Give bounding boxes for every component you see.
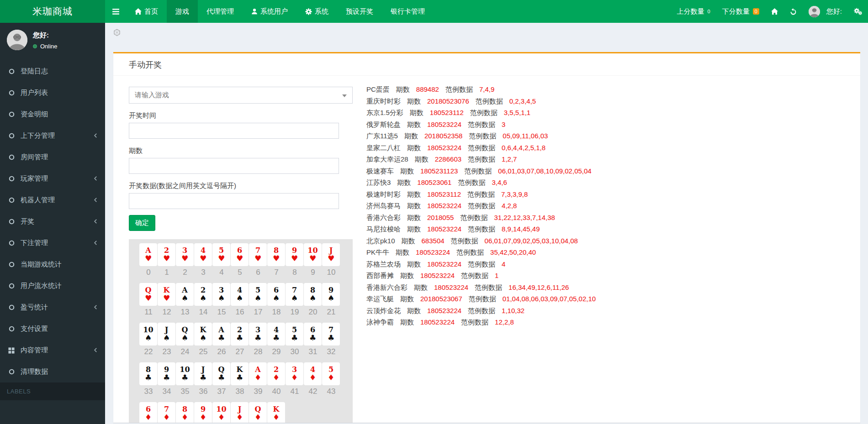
period-label: 期数 xyxy=(414,283,428,291)
refresh-button[interactable] xyxy=(784,0,803,23)
sidebar-item-content-management[interactable]: 内容管理 xyxy=(0,340,105,361)
sidebar-item-payment-settings[interactable]: 支付设置 xyxy=(0,318,105,340)
game-name: 香港六合彩 xyxy=(366,214,401,221)
nav-item-system[interactable]: 系统 xyxy=(296,0,337,23)
games-reference-list: PC蛋蛋期数889482范例数据7,4,9重庆时时彩期数20180523076范… xyxy=(366,80,602,328)
playing-card-9-clubs: 9♣ xyxy=(158,362,175,385)
avatar xyxy=(7,30,27,50)
draw-data-input[interactable] xyxy=(129,193,339,209)
hexagon-icon xyxy=(113,29,121,37)
nav-item-home[interactable]: 首页 xyxy=(126,0,167,23)
nav-item-agent-management[interactable]: 代理管理 xyxy=(198,0,243,23)
card-index: 23 xyxy=(158,347,176,356)
playing-card-K-clubs: K♣ xyxy=(231,362,249,385)
period-value: 180523224 xyxy=(427,144,461,152)
playing-card-7-hearts: 7♥ xyxy=(249,243,267,266)
period-label: 期数 xyxy=(407,225,421,233)
card-cell: J♥10 xyxy=(322,243,340,283)
card-row: A♥02♥13♥24♥35♥46♥57♥68♥79♥810♥9J♥10 xyxy=(139,243,353,283)
sidebar-item-user-flow-stats[interactable]: 用户流水统计 xyxy=(0,275,105,297)
card-index: 22 xyxy=(139,347,158,356)
card-index: 19 xyxy=(286,308,304,317)
circle-o-icon xyxy=(7,369,16,375)
user-menu[interactable]: 您好: xyxy=(803,0,848,23)
playing-card-A-clubs: A♣ xyxy=(212,323,230,345)
card-rank: 2 xyxy=(274,366,279,373)
card-suit-icon: ♦ xyxy=(254,414,261,421)
card-cell: J♦49 xyxy=(231,402,249,423)
circle-o-icon xyxy=(7,283,16,289)
game-row: 马尼拉梭哈期数180523224范例数据8,9,14,45,49 xyxy=(366,223,602,235)
sidebar-item-label: 支付设置 xyxy=(21,325,48,333)
home-icon xyxy=(135,8,142,15)
card-cell: 10♥9 xyxy=(304,243,322,283)
card-rank: 7 xyxy=(328,326,333,334)
card-suit-icon: ♦ xyxy=(273,374,280,382)
sidebar-item-score-management[interactable]: 上下分管理 xyxy=(0,125,105,147)
home-shortcut-button[interactable] xyxy=(765,0,784,23)
card-rank: 9 xyxy=(292,247,297,254)
nav-item-games[interactable]: 游戏 xyxy=(167,0,198,23)
period-value: 180523112 xyxy=(430,109,464,116)
card-index: 43 xyxy=(322,387,340,396)
playing-card-A-diamonds: A♦ xyxy=(249,362,267,385)
sidebar-item-room-management[interactable]: 房间管理 xyxy=(0,147,105,168)
card-cell: 10♠22 xyxy=(139,323,158,362)
playing-card-4-clubs: 4♣ xyxy=(267,323,285,345)
nav-item-system-users[interactable]: 系统用户 xyxy=(243,0,296,23)
card-cell: 3♠15 xyxy=(212,283,231,323)
nav-item-label: 系统 xyxy=(315,7,328,16)
game-name: 广东11选5 xyxy=(366,132,398,140)
card-index: 1 xyxy=(158,268,176,277)
card-suit-icon: ♠ xyxy=(181,334,188,342)
card-cell: 5♥4 xyxy=(212,243,231,283)
up-score-link[interactable]: 上分数量0 xyxy=(671,0,716,23)
nav-item-label: 系统用户 xyxy=(260,7,288,16)
game-select[interactable]: 请输入游戏 xyxy=(129,87,353,104)
settings-button[interactable] xyxy=(848,0,868,23)
confirm-button[interactable]: 确定 xyxy=(129,215,155,231)
sidebar-item-current-game-stats[interactable]: 当期游戏统计 xyxy=(0,254,105,275)
sidebar-item-bet-management[interactable]: 下注管理 xyxy=(0,232,105,254)
chevron-down-icon xyxy=(342,94,347,97)
card-index: 2 xyxy=(176,268,194,277)
game-name: PK牛牛 xyxy=(366,248,389,256)
card-suit-icon: ♠ xyxy=(200,294,206,302)
card-rank: Q xyxy=(255,406,261,413)
card-index: 37 xyxy=(212,387,231,396)
period-label: 期数 xyxy=(407,144,421,152)
sidebar-item-player-management[interactable]: 玩家管理 xyxy=(0,168,105,189)
sidebar-item-login-log[interactable]: 登陆日志 xyxy=(0,61,105,82)
period-value: 20180523076 xyxy=(427,97,469,105)
playing-card-Q-diamonds: Q♦ xyxy=(249,402,267,423)
period-input[interactable] xyxy=(129,158,339,174)
card-suit-icon: ♠ xyxy=(328,294,334,302)
card-cell: A♦39 xyxy=(249,362,267,402)
sample-label: 范例数据 xyxy=(468,155,495,163)
game-row: 香港新六合彩期数180523224范例数据16,34,49,12,6,11,26 xyxy=(366,282,602,293)
sidebar-item-robot-management[interactable]: 机器人管理 xyxy=(0,189,105,211)
playing-card-6-spades: 6♠ xyxy=(267,283,285,306)
sidebar-item-profit-loss-stats[interactable]: 盈亏统计 xyxy=(0,297,105,318)
draw-time-label: 开奖时间 xyxy=(129,111,353,120)
sidebar-item-lottery-draw[interactable]: 开奖 xyxy=(0,211,105,232)
sidebar-toggle-button[interactable] xyxy=(105,0,126,23)
down-score-label: 下分数量 xyxy=(722,7,750,16)
draw-time-input[interactable] xyxy=(129,123,339,139)
sidebar-item-funds-detail[interactable]: 资金明细 xyxy=(0,104,105,125)
brand-logo[interactable]: 米珈商城 xyxy=(0,0,105,23)
card-rank: 5 xyxy=(292,326,297,334)
period-label: 期数 xyxy=(407,202,421,209)
sidebar-item-user-list[interactable]: 用户列表 xyxy=(0,82,105,104)
nav-item-label: 预设开奖 xyxy=(346,7,373,16)
card-index: 3 xyxy=(194,268,212,277)
playing-card-K-hearts: K♥ xyxy=(158,283,175,306)
nav-item-bank-card-management[interactable]: 银行卡管理 xyxy=(382,0,434,23)
down-score-link[interactable]: 下分数量0 xyxy=(716,0,765,23)
card-cell: 4♠16 xyxy=(231,283,249,323)
sidebar-item-clear-data[interactable]: 清理数据 xyxy=(0,361,105,382)
gear-icon xyxy=(305,8,312,15)
card-cell: K♠25 xyxy=(194,323,212,362)
card-cell: 5♦43 xyxy=(322,362,340,402)
nav-item-preset-draw[interactable]: 预设开奖 xyxy=(337,0,382,23)
